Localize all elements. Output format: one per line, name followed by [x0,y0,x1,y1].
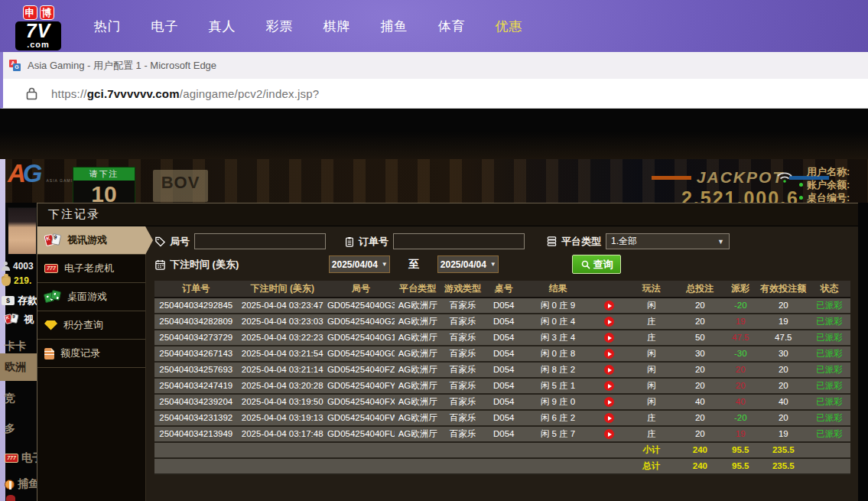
play-button[interactable] [604,317,614,327]
cell-bet-time: 2025-04-04 03:23:03 [238,314,327,330]
date-to-select[interactable]: 2025/04/04 ▼ [437,255,499,273]
sidebar-item-video[interactable]: K9 视 [3,312,34,327]
play-button[interactable] [604,413,614,423]
cell-bet-time: 2025-04-04 03:19:50 [238,394,327,410]
table-header-row: 订单号 下注时间 (美东) 局号 平台类型 游戏类型 桌号 结果 玩法 总投注 … [154,281,850,298]
cell-round-id: GD054254040G0 [327,346,395,362]
cell-result: 闲 0 庄 9 [523,298,593,314]
play-icon [608,304,612,308]
cell-platform: AG欧洲厅 [395,426,441,442]
nav-item-live[interactable]: 真人 [193,18,251,35]
search-button[interactable]: 查询 [572,255,621,274]
cell-order-id: 250404034257693 [154,362,238,378]
cell-replay [593,346,626,362]
footer-total-bet: 240 [678,442,723,458]
nav-item-promo[interactable]: 优惠 [480,18,538,35]
site-nav: 申 博 7V .com 热门 电子 真人 彩票 棋牌 捕鱼 体育 优惠 [0,0,868,52]
window-title: Asia Gaming - 用户配置 1 - Microsoft Edge [28,59,216,73]
menu-item-slot-machines[interactable]: 777 电子老虎机 [37,255,145,283]
cell-payout: 19 [723,314,759,330]
nav-item-sports[interactable]: 体育 [423,18,480,35]
play-icon [608,416,612,421]
modal-sidebar: K9 视讯游戏 777 电子老虎机 桌面游戏 积分查询 额度记录 [37,226,146,501]
play-button[interactable] [604,397,614,407]
menu-item-points-query[interactable]: 积分查询 [37,311,145,340]
footer-payout: 95.5 [723,458,759,474]
cell-total-bet: 20 [678,298,723,314]
cell-status: 已派彩 [808,298,850,314]
table-row: 250404034292845 2025-04-04 03:23:47 GD05… [154,298,850,314]
sidebar-item-jing[interactable]: 竞 [0,386,37,412]
cell-replay [593,410,626,426]
cell-payout: 47.5 [723,330,759,346]
date-from-select[interactable]: 2025/04/04 ▼ [329,255,390,273]
cell-status: 已派彩 [808,330,850,346]
dollar-icon: $ [2,296,15,305]
platform-list-icon [546,236,558,247]
cell-total-bet: 30 [678,346,723,362]
cell-round-id: GD054254040FU [327,426,395,442]
browser-url-bar[interactable]: https://gci.7vvvvvv.com/agingame/pcv2/in… [0,79,868,109]
play-button[interactable] [604,429,614,439]
menu-item-table-games[interactable]: 桌面游戏 [37,283,145,311]
play-button[interactable] [604,381,614,391]
cell-bet-time: 2025-04-04 03:17:48 [238,426,327,442]
header-total-bet: 总投注 [678,281,723,298]
account-balance-label: 账户余额: [807,178,850,191]
diamond-icon [44,320,57,330]
table-row: 250404034267143 2025-04-04 03:21:54 GD05… [154,346,850,362]
sidebar-item-fishing[interactable]: 捕鱼 [0,471,37,497]
cell-valid-bet: 30 [759,346,808,362]
nav-item-lottery[interactable]: 彩票 [251,18,308,35]
play-button[interactable] [604,301,614,311]
play-button[interactable] [604,349,614,359]
play-icon [608,352,612,356]
play-icon [608,432,612,437]
user-name-label: 用户名称: [807,165,850,178]
cell-status: 已派彩 [808,378,850,394]
cell-result: 闲 0 庄 8 [523,346,593,362]
calendar-icon [154,259,166,271]
url-path: /agingame/pcv2/index.jsp? [180,87,320,100]
sidebar-item-slots[interactable]: 777 电子 [0,445,37,471]
round-id-input[interactable] [194,233,326,249]
avatar[interactable] [8,207,37,255]
filter-row-2: 下注时间 (美东) 2025/04/04 ▼ 至 2025/04/04 ▼ 查询 [154,255,850,274]
play-button[interactable] [604,365,614,375]
cell-valid-bet: 40 [759,394,808,410]
play-button[interactable] [604,333,614,343]
account-balance: 219. [2,275,31,286]
url-text[interactable]: https://gci.7vvvvvv.com/agingame/pcv2/in… [51,87,319,100]
nav-item-fishing[interactable]: 捕鱼 [366,18,423,35]
platform-type-select[interactable]: 1.全部 ▼ [606,233,730,249]
cell-order-id: 250404034239204 [154,394,238,410]
round-id-label: 局号 [170,235,190,249]
dice-icon [44,290,61,304]
cell-platform: AG欧洲厅 [395,330,441,346]
document-icon [44,348,54,359]
cell-round-id: GD054254040FY [327,378,395,394]
cell-bet-time: 2025-04-04 03:19:13 [238,410,327,426]
deposit-button[interactable]: $ 存款 [2,294,37,307]
nav-item-hot[interactable]: 热门 [79,18,136,35]
menu-item-video-games[interactable]: K9 视讯游戏 [37,226,145,255]
user-info-panel: 用户名称: 账户余额: 桌台编号: [807,165,850,204]
jackpot-label: JACKPOT [697,168,784,187]
nav-item-cards[interactable]: 棋牌 [308,18,366,35]
header-game-type: 游戏类型 [441,281,484,298]
header-valid-bet: 有效投注额 [759,281,808,298]
cell-result: 闲 3 庄 4 [523,330,593,346]
cell-replay [593,314,626,330]
menu-item-credit-records[interactable]: 额度记录 [37,340,145,368]
header-round-id: 局号 [327,281,395,298]
order-id-input[interactable] [393,233,525,249]
sidebar-item-europe[interactable]: 欧洲 [0,353,37,381]
site-logo[interactable]: 申 博 7V .com [15,5,61,50]
sidebar-item-duo[interactable]: 多 [0,416,37,442]
play-icon [608,336,612,340]
page-haze [0,132,868,159]
nav-item-slots[interactable]: 电子 [136,18,193,35]
play-icon [608,320,612,324]
logo-suffix-text: .com [17,41,60,49]
cell-valid-bet: 20 [759,362,808,378]
